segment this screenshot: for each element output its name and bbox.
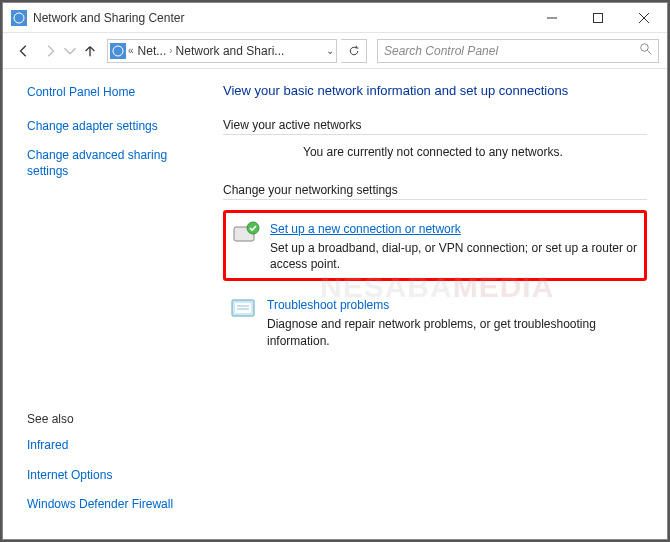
- troubleshoot-desc: Diagnose and repair network problems, or…: [267, 316, 641, 348]
- troubleshoot-item[interactable]: Troubleshoot problems Diagnose and repai…: [223, 289, 647, 354]
- divider: [223, 199, 647, 200]
- maximize-button[interactable]: [575, 3, 621, 33]
- app-icon: [11, 10, 27, 26]
- window-title: Network and Sharing Center: [33, 11, 529, 25]
- window-frame: Network and Sharing Center « Net... › Ne…: [2, 2, 668, 540]
- troubleshoot-link[interactable]: Troubleshoot problems: [267, 298, 389, 312]
- troubleshoot-icon: [229, 295, 257, 323]
- sidebar: Control Panel Home Change adapter settin…: [3, 69, 213, 539]
- sidebar-link-advanced-sharing[interactable]: Change advanced sharing settings: [27, 148, 201, 179]
- sidebar-link-internet-options[interactable]: Internet Options: [27, 468, 201, 484]
- breadcrumb-part[interactable]: Network and Shari...: [176, 44, 285, 58]
- search-placeholder: Search Control Panel: [384, 44, 498, 58]
- up-button[interactable]: [77, 38, 103, 64]
- breadcrumb-part[interactable]: Net...: [138, 44, 167, 58]
- sidebar-link-adapter[interactable]: Change adapter settings: [27, 119, 201, 135]
- divider: [223, 134, 647, 135]
- breadcrumb-icon: [110, 43, 126, 59]
- change-settings-heading: Change your networking settings: [223, 183, 647, 197]
- active-networks-heading: View your active networks: [223, 118, 647, 132]
- toolbar: « Net... › Network and Shari... ⌄ Search…: [3, 33, 667, 69]
- svg-rect-13: [235, 303, 251, 313]
- setup-connection-link[interactable]: Set up a new connection or network: [270, 222, 461, 236]
- chevron-right-icon: ›: [169, 45, 172, 56]
- svg-rect-0: [11, 10, 27, 26]
- breadcrumb-chevron: «: [128, 45, 134, 56]
- main-panel: View your basic network information and …: [213, 69, 667, 539]
- titlebar[interactable]: Network and Sharing Center: [3, 3, 667, 33]
- see-also-heading: See also: [27, 412, 201, 426]
- window-body: Control Panel Home Change adapter settin…: [3, 69, 667, 539]
- back-button[interactable]: [11, 38, 37, 64]
- breadcrumb-dropdown[interactable]: ⌄: [326, 45, 334, 56]
- breadcrumb[interactable]: « Net... › Network and Shari... ⌄: [107, 39, 337, 63]
- svg-rect-3: [594, 13, 603, 22]
- refresh-button[interactable]: [341, 39, 367, 63]
- page-title: View your basic network information and …: [223, 83, 647, 98]
- setup-connection-icon: [232, 219, 260, 247]
- setup-connection-item[interactable]: Set up a new connection or network Set u…: [223, 210, 647, 281]
- search-input[interactable]: Search Control Panel: [377, 39, 659, 63]
- forward-button[interactable]: [37, 38, 63, 64]
- sidebar-link-firewall[interactable]: Windows Defender Firewall: [27, 497, 201, 513]
- svg-rect-6: [110, 43, 126, 59]
- close-button[interactable]: [621, 3, 667, 33]
- setup-connection-desc: Set up a broadband, dial-up, or VPN conn…: [270, 240, 638, 272]
- sidebar-link-home[interactable]: Control Panel Home: [27, 85, 201, 101]
- svg-line-9: [648, 51, 652, 55]
- svg-point-8: [641, 44, 649, 52]
- search-icon: [640, 43, 652, 58]
- connection-status: You are currently not connected to any n…: [303, 145, 647, 159]
- sidebar-link-infrared[interactable]: Infrared: [27, 438, 201, 454]
- history-dropdown[interactable]: [63, 38, 77, 64]
- minimize-button[interactable]: [529, 3, 575, 33]
